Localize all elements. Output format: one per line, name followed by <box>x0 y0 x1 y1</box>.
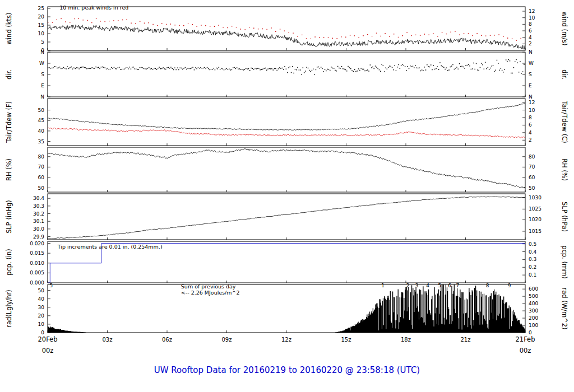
ytick-label-right: 200 <box>529 315 538 321</box>
tdew-trace <box>48 128 525 138</box>
ytick-label-right: 8 <box>529 115 532 120</box>
annotation-text: 5 <box>50 283 53 288</box>
ytick-label-right: 0.3 <box>529 256 536 262</box>
panel-radiation: 010203040500100200300400500600rad(Lgly/h… <box>5 283 568 335</box>
ytick-label-left: 70 <box>38 164 45 170</box>
ylabel-left: Tair/Tdew (F) <box>5 101 13 143</box>
ytick-label-right: 70 <box>529 164 535 170</box>
panel-temperature: 3540455024681012Tair/Tdew (F)Tair/Tdew (… <box>5 99 568 146</box>
panel-pressure: 29.930.030.130.230.330.41015102010251030… <box>5 194 568 240</box>
wind-direction-dots <box>48 60 526 74</box>
ytick-label-right: 0.5 <box>529 241 536 247</box>
panel-border <box>48 194 525 240</box>
ylabel-left: pcp. (in) <box>5 249 13 276</box>
ytick-label-right: E <box>529 83 532 88</box>
annotation-text: 4 <box>426 283 429 288</box>
ytick-label-left: 50 <box>38 108 45 113</box>
ylabel-right: rad (W/m^2) <box>561 287 568 329</box>
ylabel-left: SLP (inHg) <box>5 200 13 234</box>
ytick-label-right: 0.2 <box>529 264 536 270</box>
panel-border <box>48 147 525 192</box>
ytick-label-right: 1025 <box>529 206 541 212</box>
ytick-label-right: 4 <box>529 130 532 136</box>
chart-title: UW Rooftop Data for 20160219 to 20160220… <box>0 365 574 375</box>
ytick-label-left: 0.020 <box>30 241 44 246</box>
ytick-label-left: 25 <box>38 6 44 11</box>
annotation-text: Sum of previous day <box>181 283 236 290</box>
ytick-label-right: 0.1 <box>529 272 536 278</box>
xstart-date-label: 20Feb <box>38 335 58 343</box>
ytick-label-right: 100 <box>529 323 538 328</box>
ylabel-right: RH (%) <box>561 158 568 181</box>
ytick-label-right: 6 <box>529 28 532 34</box>
series-group <box>48 149 525 189</box>
xtick-label: 03z <box>103 337 113 343</box>
ytick-label-left: 0 <box>41 330 44 335</box>
ytick-label-right: 400 <box>529 301 538 306</box>
annotation-text: 3 <box>415 283 419 288</box>
ytick-label-right: W <box>529 60 534 66</box>
ytick-label-right: 0 <box>529 330 532 335</box>
panel-humidity: 5060708050607080RH (%)RH (%) <box>5 147 568 192</box>
xend-hour-label: 00z <box>520 347 531 354</box>
xtick-label: 06z <box>162 337 172 343</box>
x-axis-labels: 03z06z09z12z15z18z21z20Feb00z21Feb00z <box>38 335 535 354</box>
ytick-label-left: 5 <box>41 39 44 45</box>
annotation-text: 8 <box>486 283 489 288</box>
series-group <box>48 18 526 50</box>
annotation-text: 6 <box>448 283 451 288</box>
series-group <box>48 284 525 333</box>
ytick-label-left: 0.015 <box>30 250 44 256</box>
xtick-label: 18z <box>401 337 411 343</box>
ytick-label-left: 30.1 <box>33 218 44 224</box>
panel-border <box>48 7 525 50</box>
ytick-label-left: 10 <box>38 321 45 327</box>
slp-trace <box>48 197 525 239</box>
ytick-label-right: 500 <box>529 293 538 299</box>
ytick-label-left: 15 <box>38 22 44 28</box>
ytick-label-left: 40 <box>38 296 45 302</box>
ylabel-right: dir. <box>561 69 568 80</box>
ytick-label-right: 12 <box>529 100 535 105</box>
ytick-label-left: 30.3 <box>33 203 44 209</box>
ytick-label-left: 35 <box>38 139 44 144</box>
ytick-label-right: 12 <box>529 8 535 14</box>
tair-trace <box>48 104 525 130</box>
ytick-label-left: 20 <box>38 14 45 20</box>
ytick-label-right: 8 <box>529 21 532 27</box>
ylabel-right: Tair/Tdew (C) <box>561 100 568 143</box>
annotation-text: 5 <box>438 283 441 288</box>
ylabel-right: wind (m/s) <box>561 12 568 46</box>
panel-dir: NESWNNESWNdir.dir. <box>5 49 568 100</box>
ytick-label-right: 6 <box>529 122 532 128</box>
ytick-label-left: 80 <box>38 154 45 160</box>
ytick-label-left: 0.005 <box>30 270 44 276</box>
xtick-label: 09z <box>222 337 232 343</box>
ytick-label-right: S <box>529 72 532 77</box>
ytick-label-right: 300 <box>529 308 538 314</box>
ytick-label-left: 20 <box>38 313 45 319</box>
ylabel-left: wind (kts) <box>5 13 13 45</box>
ytick-label-left: 50 <box>38 288 45 293</box>
annotation-text: 2 <box>406 283 410 288</box>
rh-trace <box>48 149 525 189</box>
annotation-text: 7 <box>456 283 459 288</box>
ylabel-left: RH (%) <box>5 158 13 181</box>
ytick-label-right: 1020 <box>529 217 541 222</box>
xtick-label: 15z <box>341 337 351 343</box>
ytick-label-right: 10 <box>529 15 535 21</box>
ytick-label-right: 60 <box>529 175 535 180</box>
ytick-label-right: 1015 <box>529 228 541 234</box>
ytick-label-left: 60 <box>38 175 45 180</box>
ytick-label-right: 1030 <box>529 195 541 200</box>
annotation-text: 10 min. peak winds in red <box>59 4 128 11</box>
ytick-label-left: W <box>39 60 44 66</box>
xend-date-label: 21Feb <box>516 335 535 343</box>
xtick-label: 12z <box>281 337 291 343</box>
ytick-label-left: N <box>40 94 44 100</box>
meteogram-figure: 051015202524681012wind (kts)wind (m/s)10… <box>0 0 574 392</box>
ytick-label-right: N <box>529 49 533 55</box>
xtick-label: 21z <box>461 337 471 343</box>
ytick-label-right: 10 <box>529 108 535 113</box>
ytick-label-right: 2 <box>529 137 532 143</box>
